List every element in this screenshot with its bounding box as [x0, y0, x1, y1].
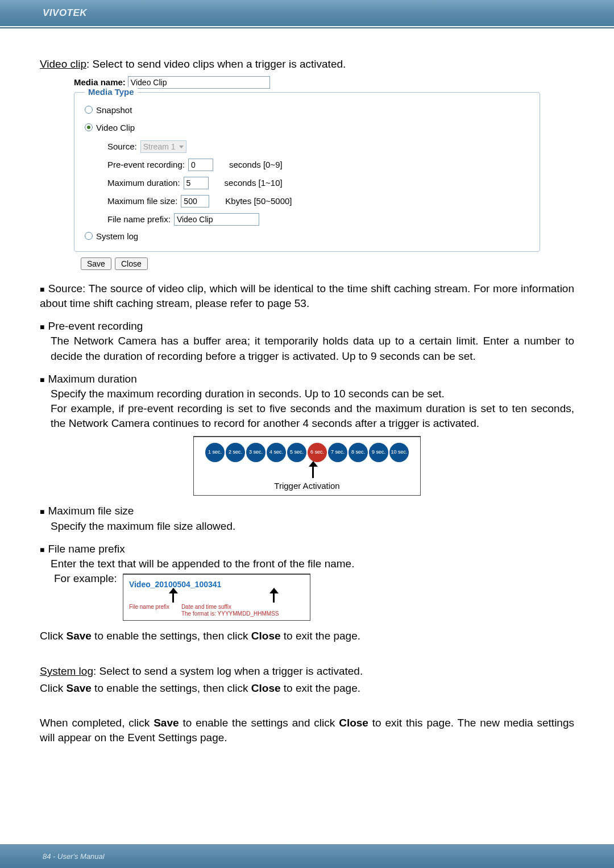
timeline-circles: 1 sec. 2 sec. 3 sec. 4 sec. 5 sec. 6 sec…	[198, 443, 416, 462]
maxdur-title: Maximum duration	[48, 373, 136, 385]
maxdur-input[interactable]	[184, 177, 209, 189]
timeline-sec-1: 1 sec.	[205, 443, 225, 462]
timeline-sec-6: 6 sec.	[308, 443, 327, 462]
timeline-sec-2: 2 sec.	[226, 443, 245, 462]
tail-p3: When completed, click Save to enable the…	[40, 716, 574, 745]
maxsize-input[interactable]	[181, 195, 209, 207]
videoclip-intro: Video clip: Select to send video clips w…	[40, 57, 574, 72]
save-button[interactable]: Save	[81, 258, 111, 270]
example-suffix2: The format is: YYYYMMDD_HHMMSS	[181, 610, 279, 617]
filename-example-box: Video_20100504_100341 File name prefix D…	[123, 574, 310, 621]
preevent-row: Pre-event recording: seconds [0~9]	[107, 159, 529, 171]
videoclip-desc: : Select to send video clips when a trig…	[86, 58, 346, 70]
videoclip-label: Video clip	[40, 58, 86, 70]
arrow-up-icon	[273, 592, 275, 603]
tail-p2: Click Save to enable the settings, then …	[40, 681, 574, 696]
brand-label: VIVOTEK	[43, 7, 87, 19]
page-content: Video clip: Select to send video clips w…	[0, 28, 614, 759]
example-legend: File name prefix Date and time suffix Th…	[129, 604, 304, 617]
timeline-sec-9: 9 sec.	[369, 443, 388, 462]
save-word: Save	[66, 630, 91, 642]
for-example-label: For example:	[54, 571, 117, 586]
preevent-title: Pre-event recording	[48, 320, 143, 332]
tail-p1: Click Save to enable the settings, then …	[40, 629, 574, 643]
bullet-icon: ■	[40, 545, 44, 554]
example-suffix-labels: Date and time suffix The format is: YYYY…	[181, 604, 279, 617]
maxdur-body2: For example, if pre-event recording is s…	[51, 401, 574, 431]
maxdur-label: Maximum duration:	[107, 178, 180, 188]
timeline-caption: Trigger Activation	[198, 480, 416, 492]
prefix-input[interactable]	[174, 213, 259, 226]
videoclip-label: Video Clip	[96, 123, 135, 132]
bullet-maxsize: ■Maximum file size Specify the maximum f…	[40, 504, 574, 533]
bullet-prefix: ■File name prefix Enter the text that wi…	[40, 542, 574, 621]
close-word: Close	[251, 630, 281, 642]
maxdur-suffix: seconds [1~10]	[225, 178, 283, 188]
preevent-input[interactable]	[188, 159, 213, 171]
bullet-maxdur: ■Maximum duration Specify the maximum re…	[40, 372, 574, 496]
maxdur-row: Maximum duration: seconds [1~10]	[107, 177, 529, 189]
close-button[interactable]: Close	[115, 258, 148, 270]
source-title: Source:	[48, 283, 89, 294]
bullet-source: ■Source: The source of video clip, which…	[40, 281, 574, 311]
media-name-row: Media name:	[74, 76, 540, 89]
systemlog-radio[interactable]	[85, 232, 93, 240]
source-row: Source: Stream 1	[107, 140, 529, 153]
prefix-body: Enter the text that will be appended to …	[51, 556, 574, 571]
snapshot-radio[interactable]	[85, 106, 93, 114]
bullet-icon: ■	[40, 507, 44, 516]
maxsize-row: Maximum file size: Kbytes [50~5000]	[107, 195, 529, 207]
snapshot-label: Snapshot	[96, 105, 132, 115]
bullet-icon: ■	[40, 375, 44, 384]
systemlog-label: System log	[96, 231, 138, 241]
maxsize-label: Maximum file size:	[107, 196, 177, 206]
example-arrows	[143, 592, 304, 603]
media-settings-panel: Media name: Media Type Snapshot Video Cl…	[74, 76, 540, 270]
prefix-title: File name prefix	[48, 543, 125, 555]
timeline-sec-7: 7 sec.	[328, 443, 347, 462]
videoclip-radio[interactable]	[85, 123, 93, 131]
page-footer: 84 - User's Manual	[0, 844, 614, 868]
footer-text: 84 - User's Manual	[43, 852, 105, 861]
media-type-legend: Media Type	[85, 87, 138, 97]
prefix-label: File name prefix:	[107, 214, 171, 224]
bullet-preevent: ■Pre-event recording The Network Camera …	[40, 319, 574, 364]
timeline-sec-8: 8 sec.	[349, 443, 368, 462]
bullet-icon: ■	[40, 322, 44, 331]
videoclip-sub-settings: Source: Stream 1 Pre-event recording: se…	[107, 140, 529, 226]
media-name-input[interactable]	[128, 76, 270, 89]
timeline-sec-4: 4 sec.	[267, 443, 286, 462]
syslog-label: System log	[40, 665, 93, 677]
source-label: Source:	[107, 142, 137, 151]
maxdur-body1: Specify the maximum recording duration i…	[51, 387, 574, 401]
timeline-figure: 1 sec. 2 sec. 3 sec. 4 sec. 5 sec. 6 sec…	[193, 436, 421, 496]
preevent-body: The Network Camera has a buffer area; it…	[51, 334, 574, 363]
videoclip-radio-row[interactable]: Video Clip	[85, 123, 529, 132]
preevent-suffix: seconds [0~9]	[229, 160, 283, 169]
source-body: The source of video clip, which will be …	[40, 283, 574, 309]
timeline-sec-3: 3 sec.	[246, 443, 265, 462]
example-prefix-label: File name prefix	[129, 604, 178, 617]
media-type-fieldset: Media Type Snapshot Video Clip Source: S…	[74, 92, 540, 252]
systemlog-radio-row[interactable]: System log	[85, 231, 529, 241]
bullet-icon: ■	[40, 285, 45, 294]
button-row: Save Close	[81, 258, 540, 270]
tail-syslog: System log: Select to send a system log …	[40, 664, 574, 679]
maxsize-suffix: Kbytes [50~5000]	[225, 196, 292, 206]
preevent-label: Pre-event recording:	[107, 160, 185, 169]
source-select[interactable]: Stream 1	[140, 140, 186, 153]
timeline-sec-10: 10 sec.	[389, 443, 409, 462]
maxsize-body: Specify the maximum file size allowed.	[51, 519, 574, 534]
media-name-label: Media name:	[74, 77, 126, 87]
arrow-up-icon	[172, 592, 174, 603]
prefix-row: File name prefix:	[107, 213, 529, 226]
timeline-sec-5: 5 sec.	[287, 443, 306, 462]
example-suffix1: Date and time suffix	[181, 604, 231, 610]
bullet-list: ■Source: The source of video clip, which…	[40, 281, 574, 621]
maxsize-title: Maximum file size	[48, 505, 134, 517]
syslog-desc: : Select to send a system log when a tri…	[93, 665, 363, 677]
snapshot-radio-row[interactable]: Snapshot	[85, 105, 529, 115]
page-header: VIVOTEK	[0, 0, 614, 26]
arrow-up-icon	[312, 466, 314, 478]
